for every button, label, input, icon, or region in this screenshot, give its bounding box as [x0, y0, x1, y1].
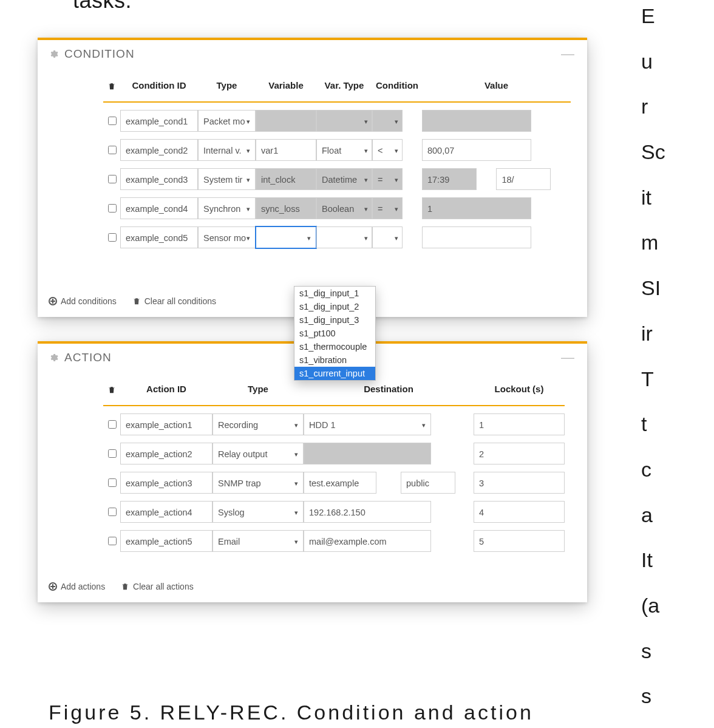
destination-input-1[interactable]: test.example — [304, 472, 376, 494]
var-type-select[interactable] — [316, 110, 372, 132]
row-checkbox[interactable] — [108, 233, 117, 242]
dropdown-option[interactable]: s1_current_input — [294, 367, 375, 380]
add-actions-button[interactable]: Add actions — [49, 582, 105, 591]
condition-op-select[interactable]: = — [372, 168, 403, 190]
condition-id-input[interactable]: example_cond5 — [120, 226, 198, 248]
collapse-button[interactable]: — — [560, 49, 576, 60]
gear-icon — [49, 49, 58, 59]
condition-op-select[interactable] — [372, 226, 403, 248]
condition-id-input[interactable]: example_cond2 — [120, 139, 198, 161]
trash-icon — [132, 297, 141, 305]
plus-icon — [49, 297, 57, 305]
delete-column-header — [103, 381, 120, 398]
row-checkbox[interactable] — [108, 146, 117, 154]
row-checkbox[interactable] — [108, 117, 117, 125]
var-type-select[interactable]: Float — [316, 139, 372, 161]
clear-actions-button[interactable]: Clear all actions — [121, 582, 194, 591]
lockout-input[interactable]: 1 — [474, 413, 565, 435]
action-type-select[interactable]: Syslog — [212, 501, 304, 523]
trash-icon — [121, 582, 129, 591]
action-id-input[interactable]: example_action1 — [120, 413, 212, 435]
row-checkbox[interactable] — [108, 204, 117, 213]
add-actions-label: Add actions — [61, 582, 105, 591]
condition-id-input[interactable]: example_cond1 — [120, 110, 198, 132]
dropdown-option[interactable]: s1_dig_input_2 — [294, 300, 375, 313]
variable-dropdown[interactable]: s1_dig_input_1s1_dig_input_2s1_dig_input… — [294, 286, 376, 381]
condition-id-input[interactable]: example_cond3 — [120, 168, 198, 190]
action-id-input[interactable]: example_action2 — [120, 443, 212, 464]
destination-input[interactable]: mail@example.com — [304, 530, 431, 552]
lockout-input[interactable]: 3 — [474, 472, 565, 494]
trash-icon — [107, 386, 116, 394]
lockout-input[interactable]: 2 — [474, 443, 565, 464]
destination-input-2[interactable]: public — [401, 472, 455, 494]
add-conditions-button[interactable]: Add conditions — [49, 296, 117, 306]
action-footer: Add actions Clear all actions — [49, 582, 207, 593]
condition-id-input[interactable]: example_cond4 — [120, 197, 198, 219]
var-type-select[interactable] — [316, 226, 372, 248]
col-action-id: Action ID — [120, 381, 212, 398]
row-checkbox[interactable] — [108, 478, 117, 487]
action-id-input[interactable]: example_action4 — [120, 501, 212, 523]
row-checkbox[interactable] — [108, 175, 117, 183]
type-select[interactable]: Packet mo — [198, 110, 256, 132]
variable-field[interactable] — [256, 110, 316, 132]
row-checkbox[interactable] — [108, 420, 117, 429]
variable-select[interactable]: var1 — [256, 139, 316, 161]
action-type-select[interactable]: Relay output — [212, 443, 304, 464]
row-checkbox[interactable] — [108, 449, 117, 458]
var-type-select[interactable]: Datetime — [316, 168, 372, 190]
dropdown-option[interactable]: s1_vibration — [294, 353, 375, 367]
destination-input[interactable] — [304, 443, 431, 464]
clear-conditions-button[interactable]: Clear all conditions — [132, 296, 216, 306]
variable-field[interactable]: sync_loss — [256, 197, 316, 219]
delete-column-header — [103, 78, 120, 94]
dropdown-option[interactable]: s1_thermocouple — [294, 340, 375, 353]
page-heading-fragment: tasks. — [73, 0, 132, 13]
col-condition: Condition — [372, 78, 422, 94]
col-variable: Variable — [256, 78, 316, 94]
destination-select[interactable]: HDD 1 — [304, 413, 431, 435]
type-select[interactable]: Synchron — [198, 197, 256, 219]
action-row: example_action1RecordingHDD 11 — [103, 413, 565, 435]
action-row: example_action4Syslog192.168.2.1504 — [103, 501, 565, 523]
value-input-1[interactable]: 17:39 — [422, 168, 477, 190]
value-input[interactable] — [422, 110, 531, 132]
variable-select[interactable] — [256, 226, 316, 248]
variable-field[interactable]: int_clock — [256, 168, 316, 190]
action-id-input[interactable]: example_action3 — [120, 472, 212, 494]
condition-row: example_cond1Packet mo — [103, 110, 571, 132]
value-input-2[interactable]: 18/ — [496, 168, 551, 190]
action-type-select[interactable]: SNMP trap — [212, 472, 304, 494]
value-input[interactable]: 1 — [422, 197, 531, 219]
dropdown-option[interactable]: s1_dig_input_3 — [294, 313, 375, 327]
action-row: example_action2Relay output2 — [103, 443, 565, 464]
collapse-button[interactable]: — — [560, 352, 576, 363]
lockout-input[interactable]: 5 — [474, 530, 565, 552]
var-type-select[interactable]: Boolean — [316, 197, 372, 219]
type-select[interactable]: Sensor mo — [198, 226, 256, 248]
col-var-type: Var. Type — [316, 78, 372, 94]
col-destination: Destination — [304, 381, 474, 398]
destination-input[interactable]: 192.168.2.150 — [304, 501, 431, 523]
value-input[interactable] — [422, 226, 531, 248]
action-type-select[interactable]: Recording — [212, 413, 304, 435]
condition-op-select[interactable]: = — [372, 197, 403, 219]
col-lockout: Lockout (s) — [474, 381, 565, 398]
type-select[interactable]: System tir — [198, 168, 256, 190]
action-type-select[interactable]: Email — [212, 530, 304, 552]
condition-row: example_cond4Synchronsync_lossBoolean=1 — [103, 197, 571, 219]
row-checkbox[interactable] — [108, 537, 117, 545]
action-row: example_action5Emailmail@example.com5 — [103, 530, 565, 552]
lockout-input[interactable]: 4 — [474, 501, 565, 523]
dropdown-option[interactable]: s1_pt100 — [294, 327, 375, 340]
type-select[interactable]: Internal v. — [198, 139, 256, 161]
value-input[interactable]: 800,07 — [422, 139, 531, 161]
figure-caption: Figure 5. RELY-REC. Condition and action — [49, 701, 583, 724]
row-checkbox[interactable] — [108, 508, 117, 516]
condition-op-select[interactable]: < — [372, 139, 403, 161]
condition-op-select[interactable] — [372, 110, 403, 132]
gear-icon — [49, 353, 58, 362]
dropdown-option[interactable]: s1_dig_input_1 — [294, 287, 375, 300]
action-id-input[interactable]: example_action5 — [120, 530, 212, 552]
